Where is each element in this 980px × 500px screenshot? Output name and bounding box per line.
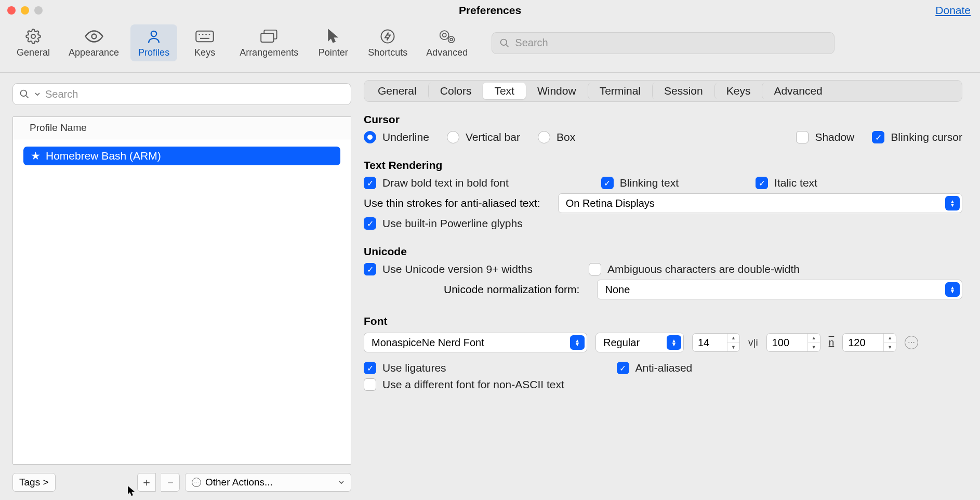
font-size-stepper[interactable]: 14 ▲▼ bbox=[692, 333, 740, 352]
toolbar-shortcuts[interactable]: Shortcuts bbox=[361, 24, 415, 61]
mouse-cursor bbox=[127, 485, 136, 497]
donate-link[interactable]: Donate bbox=[935, 4, 971, 17]
toolbar-label: Shortcuts bbox=[368, 47, 407, 58]
toolbar-label: Pointer bbox=[319, 47, 348, 58]
add-profile-button[interactable]: ＋ bbox=[137, 473, 156, 492]
cursor-shadow-checkbox[interactable]: Shadow bbox=[796, 131, 854, 143]
checkbox-icon: ✓ bbox=[756, 177, 768, 189]
other-actions-select[interactable]: ⋯ Other Actions... bbox=[185, 473, 351, 492]
checkbox-icon: ✓ bbox=[872, 131, 884, 143]
minimize-button[interactable] bbox=[21, 6, 29, 15]
svg-line-19 bbox=[26, 96, 29, 98]
checkbox-icon bbox=[589, 263, 601, 275]
profile-list: Profile Name ★ Homebrew Bash (ARM) bbox=[12, 116, 351, 465]
close-button[interactable] bbox=[7, 6, 16, 15]
radio-icon bbox=[364, 131, 376, 143]
main: Profile Name ★ Homebrew Bash (ARM) Tags … bbox=[0, 73, 980, 500]
windows-icon bbox=[260, 28, 278, 45]
toolbar-keys[interactable]: Keys bbox=[181, 24, 228, 61]
bold-checkbox[interactable]: ✓Draw bold text in bold font bbox=[364, 177, 509, 189]
profile-row[interactable]: ★ Homebrew Bash (ARM) bbox=[23, 147, 340, 165]
radio-icon bbox=[538, 131, 550, 143]
norm-select[interactable]: None ▲▼ bbox=[597, 280, 962, 299]
subtab-terminal[interactable]: Terminal bbox=[588, 83, 652, 99]
toolbar-search[interactable] bbox=[492, 32, 835, 54]
select-value: None bbox=[605, 284, 630, 296]
ellipsis-icon: ⋯ bbox=[192, 478, 201, 487]
subtab-window[interactable]: Window bbox=[526, 83, 588, 99]
checkbox-icon bbox=[796, 131, 809, 143]
other-actions-label: Other Actions... bbox=[205, 477, 273, 488]
blinking-text-checkbox[interactable]: ✓Blinking text bbox=[601, 177, 679, 189]
font-family-select[interactable]: MonaspiceNe Nerd Font ▲▼ bbox=[364, 333, 587, 352]
hspacing-icon: v|i bbox=[748, 337, 758, 348]
svg-line-17 bbox=[506, 44, 509, 47]
checkbox-icon bbox=[364, 378, 376, 391]
stepper-arrows-icon: ▲▼ bbox=[667, 335, 681, 350]
sidebar-actions: Tags > ＋ － ⋯ Other Actions... bbox=[12, 473, 351, 492]
cursor-underline-radio[interactable]: Underline bbox=[364, 131, 429, 143]
subtab-general[interactable]: General bbox=[366, 83, 428, 99]
thin-strokes-select[interactable]: On Retina Displays ▲▼ bbox=[558, 193, 962, 213]
font-options-button[interactable]: ⋯ bbox=[905, 336, 918, 349]
eye-icon bbox=[85, 28, 103, 45]
font-style-select[interactable]: Regular ▲▼ bbox=[595, 333, 684, 352]
subtab-session[interactable]: Session bbox=[652, 83, 714, 99]
toolbar-arrangements[interactable]: Arrangements bbox=[232, 24, 306, 61]
tags-button[interactable]: Tags > bbox=[12, 473, 56, 492]
cursor-section: Cursor Underline Vertical bar Box Shadow… bbox=[364, 113, 962, 148]
subtab-advanced[interactable]: Advanced bbox=[762, 83, 833, 99]
toolbar-appearance[interactable]: Appearance bbox=[61, 24, 126, 61]
ambiguous-checkbox[interactable]: Ambiguous characters are double-width bbox=[589, 263, 800, 275]
text-rendering-section: Text Rendering ✓Draw bold text in bold f… bbox=[364, 159, 962, 234]
svg-point-0 bbox=[31, 34, 35, 38]
svg-point-14 bbox=[450, 38, 453, 41]
profile-search[interactable] bbox=[12, 83, 351, 105]
stepper-arrows-icon: ▲▼ bbox=[945, 282, 960, 297]
toolbar-general[interactable]: General bbox=[9, 24, 57, 61]
checkbox-icon: ✓ bbox=[617, 362, 629, 374]
antialiased-checkbox[interactable]: ✓Anti-aliased bbox=[617, 362, 693, 374]
zoom-button[interactable] bbox=[34, 6, 43, 15]
titlebar: Preferences Donate bbox=[0, 0, 980, 21]
svg-rect-10 bbox=[261, 33, 273, 42]
powerline-checkbox[interactable]: ✓Use built-in Powerline glyphs bbox=[364, 217, 523, 230]
nonascii-checkbox[interactable]: Use a different font for non-ASCII text bbox=[364, 378, 564, 391]
subtab-keys[interactable]: Keys bbox=[714, 83, 762, 99]
svg-point-18 bbox=[21, 90, 27, 97]
toolbar-advanced[interactable]: Advanced bbox=[419, 24, 475, 61]
svg-point-2 bbox=[151, 31, 157, 37]
toolbar-profiles[interactable]: Profiles bbox=[130, 24, 177, 61]
subtab-text[interactable]: Text bbox=[483, 83, 526, 99]
svg-point-13 bbox=[440, 31, 449, 40]
stepper-arrows-icon: ▲▼ bbox=[727, 334, 739, 351]
cursor-vertical-radio[interactable]: Vertical bar bbox=[447, 131, 520, 143]
toolbar-search-input[interactable] bbox=[515, 37, 827, 49]
checkbox-icon: ✓ bbox=[364, 362, 376, 374]
stepper-arrows-icon: ▲▼ bbox=[945, 196, 960, 210]
italic-checkbox[interactable]: ✓Italic text bbox=[756, 177, 817, 189]
select-value: On Retina Displays bbox=[566, 198, 655, 209]
search-icon bbox=[19, 89, 30, 99]
toolbar-label: Appearance bbox=[69, 47, 119, 58]
toolbar-pointer[interactable]: Pointer bbox=[310, 24, 356, 61]
preferences-toolbar: General Appearance Profiles Keys Arrange… bbox=[0, 21, 980, 73]
unicode-section: Unicode ✓Use Unicode version 9+ widths A… bbox=[364, 245, 962, 304]
hspacing-stepper[interactable]: 100 ▲▼ bbox=[766, 333, 820, 352]
remove-profile-button[interactable]: － bbox=[161, 473, 180, 492]
unicode-v9-checkbox[interactable]: ✓Use Unicode version 9+ widths bbox=[364, 263, 533, 275]
profile-list-header: Profile Name bbox=[13, 117, 351, 139]
checkbox-icon: ✓ bbox=[601, 177, 614, 189]
search-icon bbox=[499, 38, 510, 48]
cursor-box-radio[interactable]: Box bbox=[538, 131, 575, 143]
ligatures-checkbox[interactable]: ✓Use ligatures bbox=[364, 362, 446, 374]
checkbox-icon: ✓ bbox=[364, 263, 376, 275]
cursor-blinking-checkbox[interactable]: ✓Blinking cursor bbox=[872, 131, 962, 143]
person-icon bbox=[146, 28, 162, 45]
select-value: Regular bbox=[603, 337, 640, 349]
profile-search-input[interactable] bbox=[45, 88, 345, 100]
font-section: Font MonaspiceNe Nerd Font ▲▼ Regular ▲▼… bbox=[364, 315, 962, 395]
vspacing-stepper[interactable]: 120 ▲▼ bbox=[842, 333, 896, 352]
subtab-colors[interactable]: Colors bbox=[428, 83, 483, 99]
checkbox-icon: ✓ bbox=[364, 177, 376, 189]
